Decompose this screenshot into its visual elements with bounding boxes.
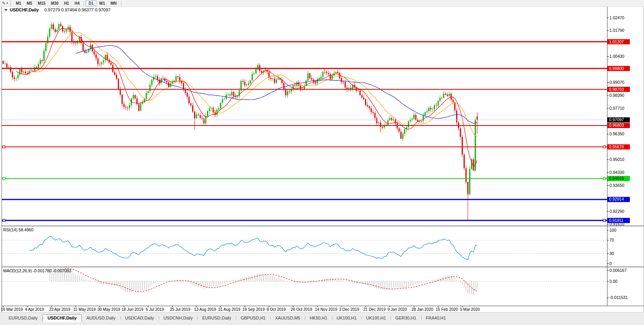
svg-text:0.95010: 0.95010 [609,157,624,162]
svg-text:13 Aug 2019: 13 Aug 2019 [194,307,217,312]
timeframe-button-d1[interactable]: D1 [86,0,96,6]
svg-text:0.006167: 0.006167 [609,268,627,273]
chart-tab-uk100-h1[interactable]: UK100,H1 [361,314,391,322]
price-chart-canvas[interactable]: 1.024701.017901.004300.990700.983900.977… [0,6,644,312]
svg-text:0.92290: 0.92290 [609,209,624,214]
svg-text:0.98703: 0.98703 [609,87,624,92]
timeframe-button-w1[interactable]: W1 [96,0,108,6]
line-handle[interactable] [603,177,605,180]
svg-text:0.99800: 0.99800 [609,66,624,71]
chart-tab-usdchf-daily[interactable]: USDCHF,Daily [42,314,82,322]
trading-terminal-window: ✎ ▼ M1M5M15M30H1H4D1W1MN 1.024701.017901… [0,0,644,325]
toolbar-separator [121,1,121,6]
svg-text:0.95678: 0.95678 [609,144,624,149]
chart-generated-graphics: 1.024701.017901.004300.990700.983900.977… [0,6,644,312]
svg-text:30: 30 [609,251,614,256]
svg-text:3 Dec 2019: 3 Dec 2019 [339,307,360,312]
svg-text:0.97097: 0.97097 [609,117,624,122]
rsi-indicator-label: RSI(14) 58.4960 [3,227,33,232]
svg-text:16 Mar 2019: 16 Mar 2019 [1,307,23,312]
svg-text:1.01207: 1.01207 [609,39,624,44]
svg-text:30 May 2019: 30 May 2019 [97,307,120,312]
svg-text:100: 100 [609,228,616,233]
toolbar-separator [84,1,84,6]
svg-text:0.96803: 0.96803 [609,123,624,127]
chart-title-ohlc: 0.97279 0.97494 0.96377 0.97097 [44,7,110,12]
timeframe-button-h1[interactable]: H1 [61,0,72,6]
svg-text:26 Oct 2019: 26 Oct 2019 [291,307,312,312]
chart-tab-uk100-h1[interactable]: UK100,H1 [332,314,361,322]
toolbar-grip[interactable] [10,1,11,6]
timeframe-button-mn[interactable]: MN [108,0,119,6]
svg-text:6 Jul 2019: 6 Jul 2019 [146,307,164,312]
chart-tab-gbpusd-h1[interactable]: GBPUSD,H1 [236,314,270,322]
timeframe-buttons: M1M5M15M30H1H4D1W1MN [13,0,123,6]
svg-text:5 Mar 2020: 5 Mar 2020 [460,307,480,312]
svg-text:15 Feb 2020: 15 Feb 2020 [436,307,458,312]
timeframe-button-m1[interactable]: M1 [13,0,24,6]
chart-tabs-bar: EURUSD,DailyUSDCHF,DailyAUDUSD,DailyUSDC… [0,312,644,325]
svg-text:21 Dec 2019: 21 Dec 2019 [363,307,386,312]
svg-text:0: 0 [609,261,612,266]
svg-text:1.00430: 1.00430 [609,54,624,59]
chart-tab-xauusd-m5[interactable]: XAUUSD,M5 [270,314,305,322]
svg-text:8 Oct 2019: 8 Oct 2019 [267,307,286,312]
svg-text:31 Aug 2019: 31 Aug 2019 [218,307,241,312]
chart-title-symbol: USDCHF,Daily [10,7,39,12]
toolbar: ✎ ▼ M1M5M15M30H1H4D1W1MN [0,0,644,7]
chart-tab-fra40-h1[interactable]: FRA40,H1 [421,314,451,322]
timeframe-button-m30[interactable]: M30 [48,0,61,6]
chart-tab-usdcnh-daily[interactable]: USDCNH,Daily [159,314,198,322]
svg-text:0.93650: 0.93650 [609,183,624,188]
svg-text:0.96350: 0.96350 [609,131,624,136]
line-handle[interactable] [3,219,5,222]
svg-text:0.92914: 0.92914 [609,197,624,201]
svg-text:70: 70 [609,238,614,242]
svg-text:19 Sep 2019: 19 Sep 2019 [242,307,265,312]
svg-text:1.02470: 1.02470 [609,15,624,20]
svg-text:9 Jan 2020: 9 Jan 2020 [387,307,407,312]
line-handle[interactable] [603,146,605,148]
svg-text:0.94016: 0.94016 [609,176,624,181]
svg-text:0.99070: 0.99070 [609,80,624,85]
timeframe-button-h4[interactable]: H4 [72,0,83,6]
svg-text:23 Apr 2019: 23 Apr 2019 [49,307,70,312]
svg-text:11 May 2019: 11 May 2019 [73,307,96,312]
svg-text:0.91811: 0.91811 [609,218,624,223]
chart-tab-ger30-h1[interactable]: GER30,H1 [391,314,421,322]
svg-text:1.01790: 1.01790 [609,28,624,33]
macd-indicator-label: MACD(12,26,9) -0.001780 -0.007083 [3,268,72,273]
chart-tab-audusd-daily[interactable]: AUDUSD,Daily [82,314,120,322]
line-handle[interactable] [3,177,5,180]
svg-text:25 Jul 2019: 25 Jul 2019 [170,307,191,312]
chevron-down-icon[interactable]: ▼ [6,2,8,4]
svg-text:14 Nov 2019: 14 Nov 2019 [315,307,338,312]
draw-tool-icon[interactable]: ✎ [2,0,6,6]
timeframe-button-m5[interactable]: M5 [24,0,35,6]
svg-text:0.94330: 0.94330 [609,170,624,175]
line-handle[interactable] [3,146,5,148]
svg-text:0.98390: 0.98390 [609,93,624,98]
svg-text:0.97710: 0.97710 [609,106,624,111]
chart-tab-eurusd-daily[interactable]: EURUSD,Daily [4,314,42,322]
chart-tab-eurusd-daily[interactable]: EURUSD,Daily [197,314,236,322]
svg-text:0.00: 0.00 [609,279,618,284]
svg-text:28 Jan 2020: 28 Jan 2020 [412,307,433,312]
svg-text:4 Apr 2019: 4 Apr 2019 [25,307,44,312]
chart-tab-usdcad-daily[interactable]: USDCAD,Daily [120,314,159,322]
svg-text:18 Jun 2019: 18 Jun 2019 [122,307,143,312]
chart-tab-hk50-h1[interactable]: HK50,H1 [305,314,332,322]
svg-text:-0.011531: -0.011531 [609,295,628,300]
timeframe-button-m15[interactable]: M15 [35,0,48,6]
line-handle[interactable] [603,219,605,222]
